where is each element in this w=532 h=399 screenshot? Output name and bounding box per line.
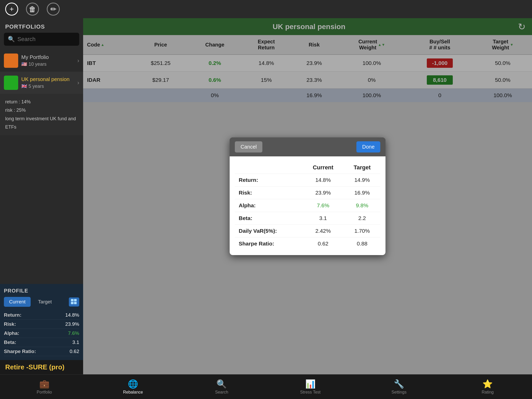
nav-label-rebalance: Rebalance [123, 390, 143, 395]
portfolio-sub-uk-pension: 🇬🇧 5 years [21, 83, 77, 89]
modal-cancel-button[interactable]: Cancel [235, 141, 262, 152]
nav-item-search[interactable]: 🔍 Search [177, 379, 266, 395]
modal-row-sharpe: Sharpe Ratio: 0.62 0.88 [235, 237, 380, 250]
modal-th-current: Current [302, 162, 344, 174]
modal-current-risk: 23.9% [302, 187, 344, 199]
profile-value-alpha: 7.6% [68, 330, 79, 336]
tab-target[interactable]: Target [33, 297, 57, 307]
profile-label-risk: Risk: [4, 321, 16, 327]
modal-header: Cancel Done [230, 137, 385, 156]
portfolio-icon: 💼 [39, 379, 50, 389]
modal-row-beta: Beta: 3.1 2.2 [235, 212, 380, 225]
modal-row-return: Return: 14.8% 14.9% [235, 174, 380, 187]
nav-label-stress-test: Stress Test [300, 390, 321, 395]
portfolio-item-uk-pension[interactable]: UK personal pension 🇬🇧 5 years › [0, 72, 83, 94]
app-title: Retire -SURE (pro) [5, 363, 64, 371]
profile-label-alpha: Alpha: [4, 330, 19, 336]
nav-item-rebalance[interactable]: 🌐 Rebalance [89, 379, 177, 395]
modal-target-return: 14.9% [344, 174, 380, 187]
content-area: UK personal pension ↻ Code ▲ Price Chang… [83, 18, 532, 374]
portfolio-name-uk-pension: UK personal pension [21, 76, 77, 82]
profile-value-beta: 3.1 [72, 340, 79, 345]
rebalance-icon: 🌐 [128, 379, 138, 389]
svg-rect-2 [71, 302, 74, 304]
profile-header: PROFILE [4, 288, 79, 294]
portfolio-detail: return : 14% risk : 25% long term invest… [0, 94, 83, 135]
modal-current-sharpe: 0.62 [302, 237, 344, 250]
sidebar-spacer [0, 135, 83, 284]
profile-value-return: 14.8% [65, 312, 79, 318]
profile-label-sharpe: Sharpe Ratio: [4, 349, 36, 354]
delete-button[interactable]: 🗑 [26, 3, 39, 16]
modal-target-var: 1.70% [344, 225, 380, 237]
search-input[interactable] [17, 36, 75, 43]
search-icon: 🔍 [8, 36, 15, 43]
modal-th-empty [235, 162, 302, 174]
modal-row-alpha: Alpha: 7.6% 9.8% [235, 199, 380, 212]
portfolio-color-my-portfolio [4, 54, 18, 68]
stress-test-icon: 📊 [305, 379, 316, 389]
nav-item-rating[interactable]: ⭐ Rating [443, 379, 532, 395]
portfolios-header: PORTFOLIOS [0, 18, 83, 33]
rating-icon: ⭐ [482, 379, 493, 389]
nav-item-settings[interactable]: 🔧 Settings [355, 379, 443, 395]
modal-target-sharpe: 0.88 [344, 237, 380, 250]
portfolio-flag-my-portfolio: 🇺🇸 [21, 61, 27, 67]
modal-current-var: 2.42% [302, 225, 344, 237]
portfolio-arrow-my-portfolio: › [77, 57, 79, 64]
profile-row-sharpe: Sharpe Ratio: 0.62 [4, 347, 79, 356]
profile-value-risk: 23.9% [65, 321, 79, 327]
profile-row-beta: Beta: 3.1 [4, 338, 79, 347]
profile-label-beta: Beta: [4, 340, 16, 345]
bottom-nav: 💼 Portfolio 🌐 Rebalance 🔍 Search 📊 Stres… [0, 374, 532, 399]
main-layout: PORTFOLIOS 🔍 My Portfolio 🇺🇸 10 years › … [0, 18, 532, 374]
edit-button[interactable]: ✏ [47, 3, 60, 16]
modal-label-return: Return: [235, 174, 302, 187]
nav-label-rating: Rating [482, 390, 494, 395]
modal-current-alpha: 7.6% [302, 199, 344, 212]
modal-target-risk: 16.9% [344, 187, 380, 199]
profile-row-return: Return: 14.8% [4, 311, 79, 320]
nav-item-portfolio[interactable]: 💼 Portfolio [0, 379, 89, 395]
modal-overlay[interactable]: Cancel Done Current Target [83, 18, 532, 374]
portfolio-flag-uk-pension: 🇬🇧 [21, 83, 27, 89]
profile-row-alpha: Alpha: 7.6% [4, 329, 79, 338]
portfolio-sub-my-portfolio: 🇺🇸 10 years [21, 61, 77, 67]
portfolio-years-my-portfolio: 10 years [29, 62, 46, 67]
app-title-bar: Retire -SURE (pro) [0, 360, 83, 374]
modal-dialog: Cancel Done Current Target [230, 137, 385, 255]
modal-label-risk: Risk: [235, 187, 302, 199]
modal-current-beta: 3.1 [302, 212, 344, 225]
portfolio-info-my-portfolio: My Portfolio 🇺🇸 10 years [21, 54, 77, 67]
portfolio-detail-description: long term investment UK fund and ETFs [5, 115, 78, 131]
nav-label-search: Search [215, 390, 228, 395]
tab-current[interactable]: Current [4, 297, 31, 307]
add-button[interactable]: + [5, 3, 18, 16]
modal-row-risk: Risk: 23.9% 16.9% [235, 187, 380, 199]
modal-target-alpha: 9.8% [344, 199, 380, 212]
svg-rect-0 [71, 299, 74, 301]
grid-icon [71, 299, 77, 305]
modal-row-var: Daily VaR(5%): 2.42% 1.70% [235, 225, 380, 237]
profile-tabs: Current Target [4, 297, 79, 307]
portfolio-item-my-portfolio[interactable]: My Portfolio 🇺🇸 10 years › [0, 50, 83, 72]
modal-label-sharpe: Sharpe Ratio: [235, 237, 302, 250]
profile-label-return: Return: [4, 312, 22, 318]
top-bar: + 🗑 ✏ [0, 0, 532, 18]
modal-current-return: 14.8% [302, 174, 344, 187]
modal-th-target: Target [344, 162, 380, 174]
modal-done-button[interactable]: Done [356, 141, 380, 152]
modal-label-beta: Beta: [235, 212, 302, 225]
search-bar[interactable]: 🔍 [4, 33, 79, 46]
modal-label-var: Daily VaR(5%): [235, 225, 302, 237]
portfolio-years-uk-pension: 5 years [29, 84, 44, 89]
modal-body: Current Target Return: 14.8% 14.9% [230, 156, 385, 255]
nav-item-stress-test[interactable]: 📊 Stress Test [266, 379, 355, 395]
profile-grid-icon[interactable] [69, 297, 79, 307]
portfolio-detail-return: return : 14% [5, 98, 78, 106]
search-nav-icon: 🔍 [216, 379, 227, 389]
modal-target-beta: 2.2 [344, 212, 380, 225]
modal-label-alpha: Alpha: [235, 199, 302, 212]
nav-label-settings: Settings [391, 390, 407, 395]
svg-rect-1 [74, 299, 77, 301]
